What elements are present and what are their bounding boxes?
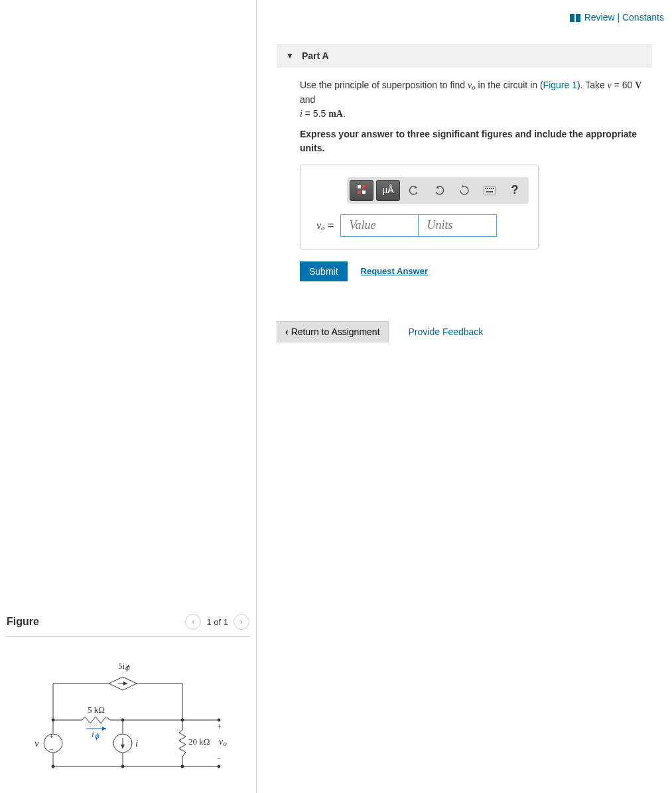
iphi-label: iϕ xyxy=(92,729,99,741)
instruction-text: Express your answer to three significant… xyxy=(300,127,652,155)
figure-pager: ‹ 1 of 1 › xyxy=(185,614,249,630)
svg-rect-36 xyxy=(358,190,361,194)
chevron-left-icon: ‹ xyxy=(285,326,289,337)
svg-rect-41 xyxy=(484,186,496,194)
reset-button[interactable] xyxy=(453,180,476,200)
svg-rect-35 xyxy=(362,185,366,188)
figure-link[interactable]: Figure 1 xyxy=(543,80,577,90)
svg-marker-40 xyxy=(462,185,464,188)
svg-rect-43 xyxy=(487,188,488,189)
vsrc-label: v xyxy=(34,738,39,749)
vo-label: vo xyxy=(219,737,227,747)
redo-button[interactable] xyxy=(428,180,450,200)
svg-rect-34 xyxy=(358,185,361,188)
svg-rect-37 xyxy=(362,190,366,194)
svg-rect-46 xyxy=(493,188,494,189)
prev-figure-button[interactable]: ‹ xyxy=(185,614,201,630)
pager-text: 1 of 1 xyxy=(206,617,228,627)
vo-plus: + xyxy=(217,722,222,732)
svg-rect-47 xyxy=(486,191,493,192)
svg-rect-44 xyxy=(489,188,490,189)
units-button[interactable]: µÅ xyxy=(376,180,400,201)
svg-marker-17 xyxy=(123,682,127,685)
vsrc-plus: + xyxy=(49,732,54,742)
toolbar: µÅ ? xyxy=(347,177,529,204)
collapse-icon: ▼ xyxy=(286,51,294,60)
svg-point-25 xyxy=(121,719,124,721)
dep-src-label: 5iϕ xyxy=(118,661,129,672)
circuit-diagram: 5iϕ 5 kΩ iϕ v + − i 20 kΩ vo + − xyxy=(40,664,239,780)
prompt-text: Use the principle of superposition to fi… xyxy=(300,78,652,121)
svg-rect-33 xyxy=(576,14,580,22)
template-button[interactable] xyxy=(350,180,373,201)
undo-button[interactable] xyxy=(403,180,425,200)
svg-point-31 xyxy=(218,765,220,768)
vo-minus: − xyxy=(217,754,222,764)
answer-label: vo = xyxy=(316,218,334,234)
svg-point-30 xyxy=(181,765,184,768)
isrc-label: i xyxy=(135,738,138,749)
svg-rect-42 xyxy=(485,188,486,189)
units-input[interactable] xyxy=(419,214,497,237)
constants-link[interactable]: Constants xyxy=(622,12,664,23)
submit-button[interactable]: Submit xyxy=(300,261,348,281)
svg-point-24 xyxy=(52,719,54,721)
next-figure-button[interactable]: › xyxy=(234,614,249,630)
return-button[interactable]: ‹ Return to Assignment xyxy=(277,321,389,342)
figure-title: Figure xyxy=(7,616,39,628)
part-title: Part A xyxy=(302,50,329,61)
request-answer-link[interactable]: Request Answer xyxy=(361,265,428,278)
feedback-link[interactable]: Provide Feedback xyxy=(409,326,484,337)
top-links-sep: | xyxy=(615,12,622,23)
svg-point-29 xyxy=(121,765,124,768)
top-links: Review | Constants xyxy=(257,12,672,24)
svg-rect-32 xyxy=(570,14,574,22)
keyboard-button[interactable] xyxy=(478,180,501,200)
figure-panel: Figure ‹ 1 of 1 › xyxy=(7,614,249,780)
r2-label: 20 kΩ xyxy=(188,737,210,747)
svg-rect-45 xyxy=(491,188,492,189)
value-input[interactable] xyxy=(340,214,419,237)
part-a-header[interactable]: ▼ Part A xyxy=(277,44,652,68)
review-link[interactable]: Review xyxy=(584,12,615,23)
help-button[interactable]: ? xyxy=(504,180,526,200)
svg-marker-19 xyxy=(102,727,106,731)
svg-point-27 xyxy=(218,719,220,721)
svg-marker-23 xyxy=(121,745,125,749)
r1-label: 5 kΩ xyxy=(88,705,105,715)
book-icon xyxy=(570,13,580,24)
svg-point-26 xyxy=(181,719,184,721)
vsrc-minus: − xyxy=(49,745,54,755)
answer-box: µÅ ? vo = xyxy=(300,165,539,250)
svg-point-28 xyxy=(52,765,54,768)
